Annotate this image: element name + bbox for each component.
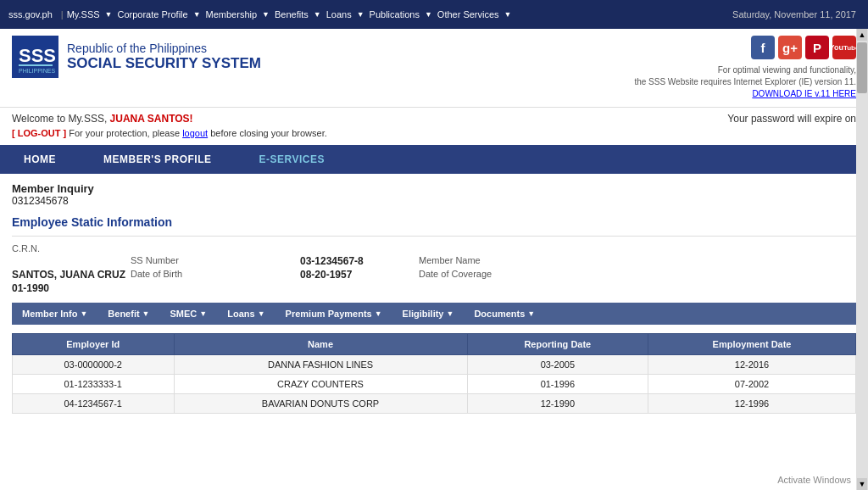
username-display: JUANA SANTOS! (110, 113, 193, 125)
svg-text:PHILIPPINES: PHILIPPINES (19, 68, 56, 74)
sub-nav-premium-payments[interactable]: Premium Payments ▼ (275, 303, 392, 325)
logout-link[interactable]: logout (182, 128, 208, 138)
member-name-label: Member Name (419, 255, 631, 267)
loans-arrow: ▼ (357, 10, 364, 19)
nav-mysss[interactable]: My.SSS ▼ (67, 9, 116, 19)
logo-area: SSS PHILIPPINES Republic of the Philippi… (12, 36, 261, 78)
member-name-value: SANTOS, JUANA CRUZ (12, 269, 131, 281)
coverage-value: 01-1990 (12, 282, 131, 294)
employee-static-title: Employee Static Information (12, 215, 856, 229)
nav-other-services[interactable]: Other Services ▼ (437, 9, 515, 19)
crn-label: C.R.N. (12, 243, 300, 253)
coverage-label: Date of Coverage (419, 269, 631, 281)
section-divider (12, 236, 856, 237)
sub-nav-loans[interactable]: Loans ▼ (217, 303, 275, 325)
col-name: Name (174, 334, 467, 355)
member-info-arrow: ▼ (80, 309, 87, 318)
loans-subnav-arrow: ▼ (258, 309, 265, 318)
dob-value: 08-20-1957 (300, 269, 419, 281)
top-navigation: sss.gov.ph | My.SSS ▼ Corporate Profile … (0, 0, 868, 29)
col-employer-id: Employer Id (13, 334, 175, 355)
employee-info-grid: C.R.N. SS Number 03-1234567-8 Member Nam… (12, 243, 856, 294)
googleplus-icon[interactable]: g+ (778, 36, 802, 59)
table-row: 03-0000000-2DANNA FASHION LINES03-200512… (13, 355, 856, 375)
nav-loans[interactable]: Loans ▼ (326, 9, 368, 19)
download-ie-link[interactable]: DOWNLOAD IE v.11 HERE (752, 89, 856, 98)
tab-home[interactable]: HOME (0, 145, 80, 174)
other-services-arrow: ▼ (504, 10, 512, 19)
welcome-left: Welcome to My.SSS, JUANA SANTOS! [ LOG-O… (12, 113, 327, 138)
browser-note: For optimal viewing and functionality, t… (634, 64, 856, 100)
corporate-arrow: ▼ (193, 10, 201, 19)
scrollbar[interactable]: ▲ ▼ (856, 29, 868, 422)
facebook-icon[interactable]: f (751, 36, 775, 59)
table-row: 01-1233333-1CRAZY COUNTERS01-199607-2002 (13, 375, 856, 394)
publications-arrow: ▼ (425, 10, 432, 19)
logout-area: [ LOG-OUT ] For your protection, please … (12, 128, 327, 138)
password-note: Your password will expire on (727, 113, 856, 125)
nav-benefits[interactable]: Benefits ▼ (275, 9, 325, 19)
premium-arrow: ▼ (375, 309, 382, 318)
ss-number-label: SS Number (131, 255, 300, 267)
social-icons: f g+ P YouTube (751, 36, 856, 59)
nav-sssgov[interactable]: sss.gov.ph (8, 9, 56, 19)
main-tab-navigation: HOME MEMBER'S PROFILE E-SERVICES (0, 145, 868, 174)
sub-nav-smec[interactable]: SMEC ▼ (160, 303, 218, 325)
benefits-arrow: ▼ (314, 10, 321, 19)
member-inquiry-id: 0312345678 (12, 195, 856, 207)
main-content: Member Inquiry 0312345678 Employee Stati… (0, 174, 868, 422)
tab-members-profile[interactable]: MEMBER'S PROFILE (80, 145, 236, 174)
eligibility-arrow: ▼ (447, 309, 454, 318)
table-row: 04-1234567-1BAVARIAN DONUTS CORP12-19901… (13, 394, 856, 414)
sub-nav-member-info[interactable]: Member Info ▼ (12, 303, 97, 325)
youtube-icon[interactable]: YouTube (832, 36, 856, 59)
sub-navigation: Member Info ▼ Benefit ▼ SMEC ▼ Loans ▼ P… (12, 303, 856, 325)
logout-bracket[interactable]: [ LOG-OUT ] (12, 128, 66, 138)
welcome-bar: Welcome to My.SSS, JUANA SANTOS! [ LOG-O… (0, 108, 868, 140)
pinterest-icon[interactable]: P (805, 36, 829, 59)
nav-membership[interactable]: Membership ▼ (206, 9, 273, 19)
table-header-row: Employer Id Name Reporting Date Employme… (13, 334, 856, 355)
col-reporting-date: Reporting Date (467, 334, 648, 355)
sub-nav-eligibility[interactable]: Eligibility ▼ (392, 303, 465, 325)
sub-nav-benefit[interactable]: Benefit ▼ (97, 303, 159, 325)
header-title: Republic of the Philippines SOCIAL SECUR… (67, 42, 261, 72)
smec-arrow: ▼ (199, 309, 207, 318)
dob-label: Date of Birth (131, 269, 300, 281)
nav-corporate-profile[interactable]: Corporate Profile ▼ (117, 9, 203, 19)
sss-logo: SSS PHILIPPINES (12, 36, 58, 78)
scroll-thumb[interactable] (857, 42, 867, 93)
employment-table: Employer Id Name Reporting Date Employme… (12, 333, 856, 414)
scroll-up-arrow[interactable]: ▲ (857, 29, 867, 41)
membership-arrow: ▼ (262, 10, 270, 19)
member-inquiry-title: Member Inquiry (12, 182, 856, 195)
sub-nav-documents[interactable]: Documents ▼ (464, 303, 545, 325)
benefit-arrow: ▼ (142, 309, 150, 318)
header-right: f g+ P YouTube For optimal viewing and f… (634, 36, 856, 100)
welcome-text: Welcome to My.SSS, JUANA SANTOS! (12, 113, 327, 125)
tab-eservices[interactable]: E-SERVICES (236, 145, 348, 174)
nav-publications[interactable]: Publications ▼ (370, 9, 436, 19)
site-header: SSS PHILIPPINES Republic of the Philippi… (0, 29, 868, 108)
svg-text:SSS: SSS (19, 45, 56, 66)
mysss-arrow: ▼ (105, 10, 113, 19)
ss-number-value: 03-1234567-8 (300, 255, 419, 267)
current-date: Saturday, November 11, 2017 (732, 9, 856, 19)
documents-arrow: ▼ (527, 309, 535, 318)
col-employment-date: Employment Date (648, 334, 856, 355)
